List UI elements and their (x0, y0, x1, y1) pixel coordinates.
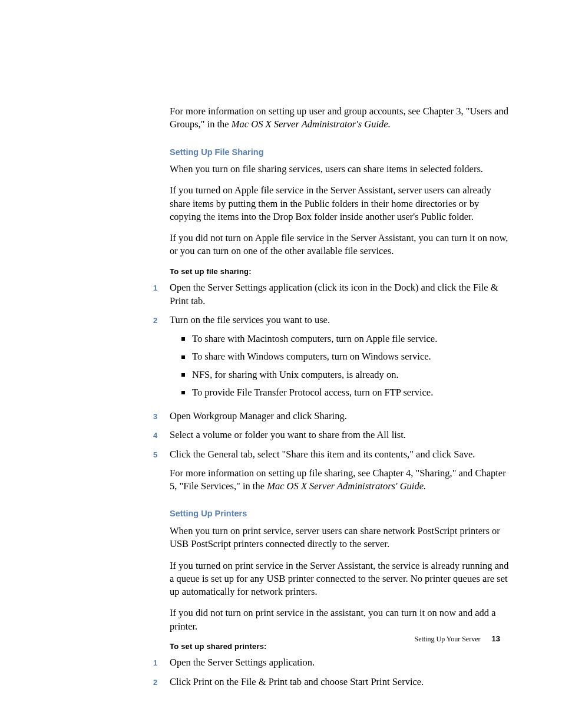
fs-steps-list: 1 Open the Server Settings application (… (153, 281, 511, 493)
pr-paragraph-3: If you did not turn on print service in … (170, 607, 511, 633)
heading-file-sharing: Setting Up File Sharing (170, 147, 511, 159)
list-item: 2 Turn on the file services you want to … (153, 314, 511, 404)
step-text: Click Print on the File & Print tab and … (170, 676, 511, 689)
step-number: 2 (153, 315, 170, 326)
list-item: 1 Open the Server Settings application. (153, 656, 511, 669)
step-content: Click the General tab, select "Share thi… (170, 448, 511, 493)
step-number: 4 (153, 430, 170, 441)
list-item: 1 Open the Server Settings application (… (153, 281, 511, 308)
step-number: 5 (153, 450, 170, 460)
fs-procedure-label: To set up file sharing: (170, 266, 511, 277)
list-item: 4 Select a volume or folder you want to … (153, 429, 511, 442)
step-text: Open the Server Settings application. (170, 656, 511, 669)
fs-paragraph-3: If you did not turn on Apple file servic… (170, 232, 511, 258)
fs-after-reference: Mac OS X Server Administrators' Guide. (267, 480, 426, 492)
pr-paragraph-1: When you turn on print service, server u… (170, 525, 511, 551)
intro-reference: Mac OS X Server Administrator's Guide. (232, 118, 391, 130)
fs-paragraph-1: When you turn on file sharing services, … (170, 163, 511, 176)
step-text: Open the Server Settings application (cl… (170, 281, 511, 308)
list-item: 2 Click Print on the File & Print tab an… (153, 676, 511, 689)
footer-section-title: Setting Up Your Server (415, 635, 481, 643)
page-content: For more information on setting up user … (170, 105, 511, 697)
step-content: Turn on the file services you want to us… (170, 314, 511, 404)
step-text: Open Workgroup Manager and click Sharing… (170, 410, 511, 423)
step-text: Select a volume or folder you want to sh… (170, 429, 511, 442)
pr-steps-list: 1 Open the Server Settings application. … (153, 656, 511, 689)
list-item: 5 Click the General tab, select "Share t… (153, 448, 511, 493)
pr-paragraph-2: If you turned on print service in the Se… (170, 559, 511, 599)
bullet-item: To share with Macintosh computers, turn … (181, 332, 511, 345)
page-footer: Setting Up Your Server 13 (415, 634, 500, 644)
bullet-item: To share with Windows computers, turn on… (181, 350, 511, 363)
step-number: 2 (153, 677, 170, 688)
list-item: 3 Open Workgroup Manager and click Shari… (153, 410, 511, 423)
footer-page-number: 13 (492, 634, 500, 643)
step-number: 1 (153, 658, 170, 668)
intro-paragraph: For more information on setting up user … (170, 105, 511, 131)
step-text: Turn on the file services you want to us… (170, 314, 330, 325)
fs-after-paragraph: For more information on setting up file … (170, 467, 511, 493)
fs-paragraph-2: If you turned on Apple file service in t… (170, 184, 511, 223)
step-number: 3 (153, 411, 170, 422)
step-text: Click the General tab, select "Share thi… (170, 449, 475, 460)
bullet-item: To provide File Transfer Protocol access… (181, 386, 511, 399)
fs-bullet-list: To share with Macintosh computers, turn … (181, 332, 511, 399)
step-number: 1 (153, 283, 170, 294)
heading-printers: Setting Up Printers (170, 508, 511, 520)
bullet-item: NFS, for sharing with Unix computers, is… (181, 368, 511, 381)
